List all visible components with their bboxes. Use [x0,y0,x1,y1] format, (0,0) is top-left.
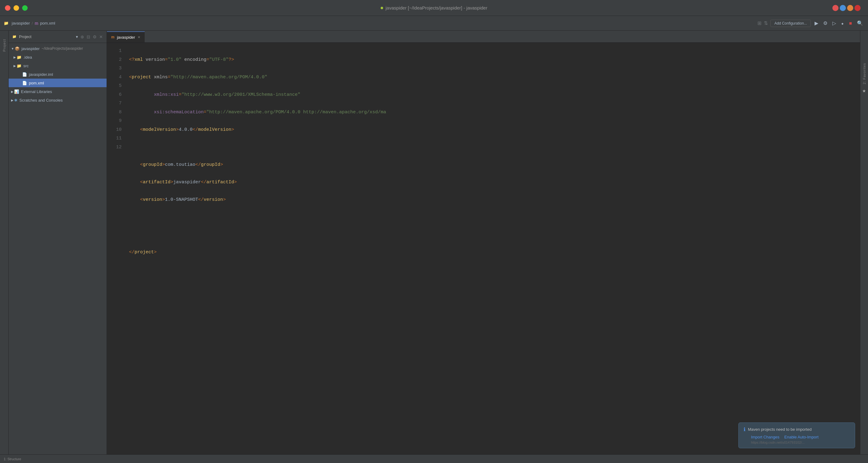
tree-item-src[interactable]: ▶ 📁 src [9,61,106,70]
window-title: javaspider [~/IdeaProjects/javaspider] -… [385,5,487,10]
folder-icon-idea: 📁 [17,55,22,60]
close-button[interactable] [5,5,10,11]
main-toolbar: 📁 javaspider / m pom.xml ⊞ ⇅ Add Configu… [0,16,868,31]
modified-indicator [380,7,383,9]
profile-button[interactable]: ⬥ [840,19,845,27]
line-num-8: 8 [110,108,122,117]
project-sidebar: 📁 Project ▼ ⊕ ⊟ ⚙ ✕ ▼ 📦 javaspider ~/Ide… [9,31,107,463]
tree-item-iml[interactable]: 📄 javaspider.iml [9,70,106,78]
left-side-strip: Project [0,31,9,463]
tree-label-external-libs: External Libraries [21,89,52,94]
code-line-12: </project> [129,248,860,257]
add-configuration-button[interactable]: Add Configuration... [770,20,811,27]
project-tool-window[interactable]: Project [2,33,6,58]
expand-toolbar-icon[interactable]: ⊞ [757,20,762,26]
notification-links: Import Changes Enable Auto-Import [744,435,850,439]
line-num-9: 9 [110,117,122,126]
import-changes-link[interactable]: Import Changes [751,435,779,439]
code-line-1: <?xml version="1.0" encoding="UTF-8"?> [129,56,860,64]
tree-label-javaspider: javaspider [22,46,40,51]
line-num-2: 2 [110,56,122,64]
tree-item-idea[interactable]: ▶ 📁 .idea [9,53,106,61]
line-num-11: 11 [110,134,122,143]
code-editor[interactable]: <?xml version="1.0" encoding="UTF-8"?> <… [124,43,860,463]
tree-item-pomxml[interactable]: 📄 pom.xml [9,78,106,87]
code-line-7: <groupId>com.toutiao</groupId> [129,161,860,169]
favorites-label: 2: Favorites [863,63,866,84]
tab-bar: m javaspider ✕ [107,31,860,43]
chevron-right-icon-extlib: ▶ [11,90,13,93]
code-line-2: <project xmlns="http://maven.apache.org/… [129,73,860,82]
status-bar: 1: Structure [0,454,868,463]
main-layout: Project 📁 Project ▼ ⊕ ⊟ ⚙ ✕ ▼ 📦 javaspid… [0,31,868,463]
folder-icon-src: 📁 [17,64,22,68]
editor-container: m javaspider ✕ 1 2 3 4 5 6 7 8 9 10 11 1… [107,31,860,463]
editor-tab-javaspider[interactable]: m javaspider ✕ [107,31,145,42]
stop-button[interactable]: ■ [848,19,853,27]
line-num-7: 7 [110,99,122,108]
enable-auto-import-link[interactable]: Enable Auto-Import [784,435,818,439]
tree-item-javaspider[interactable]: ▼ 📦 javaspider ~/IdeaProjects/javaspider [9,44,106,53]
search-everywhere-button[interactable]: 🔍 [856,19,864,27]
project-icon: 📦 [15,46,20,51]
folder-small-icon: 📁 [12,35,17,39]
line-num-5: 5 [110,82,122,91]
breadcrumb-project[interactable]: javaspider [12,21,30,26]
run-button[interactable]: ▶ [813,19,819,27]
title-right-area [832,5,863,11]
notification-url: https://blog.csdn.net/u014793102/... [744,440,850,444]
chevron-down-icon: ▼ [11,47,14,51]
code-line-4: xsi:schemaLocation="http://maven.apache.… [129,108,860,117]
firefox-icon[interactable] [840,5,846,11]
maximize-button[interactable] [22,5,28,11]
chevron-right-icon: ▶ [13,56,16,59]
locate-icon[interactable]: ⊕ [81,34,84,39]
tree-item-external-libs[interactable]: ▶ 📊 External Libraries [9,87,106,96]
chrome-icon[interactable] [832,5,838,11]
hide-icon[interactable]: ✕ [99,34,103,39]
sidebar-expand-icon: ▼ [75,35,79,39]
chevron-right-icon-scratch: ▶ [11,99,13,102]
sidebar-header: 📁 Project ▼ ⊕ ⊟ ⚙ ✕ [9,31,106,43]
git-icon[interactable]: ⇅ [764,20,768,26]
line-num-6: 6 [110,91,122,99]
breadcrumb-file[interactable]: pom.xml [40,21,55,26]
browser-icons [832,5,861,11]
tree-label-idea: .idea [23,55,32,60]
debug-button[interactable]: ⚙ [822,19,829,27]
traffic-lights [5,5,28,11]
tree-item-scratches[interactable]: ▶ ✱ Scratches and Consoles [9,96,106,104]
tree-label-scratches: Scratches and Consoles [19,98,63,103]
editor-content[interactable]: 1 2 3 4 5 6 7 8 9 10 11 12 <?xml version… [107,43,860,463]
code-line-6 [129,143,860,152]
opera-icon[interactable] [855,5,861,11]
coverage-button[interactable]: ▷ [831,19,837,27]
tab-label: javaspider [117,35,135,40]
line-num-4: 4 [110,73,122,82]
sidebar-title: Project [19,34,73,39]
notification-title: Maven projects need to be imported [748,427,811,432]
line-num-12: 12 [110,143,122,152]
sidebar-actions: ⊕ ⊟ ⚙ ✕ [81,34,103,39]
breadcrumb-sep1: / [32,21,33,26]
breadcrumb: 📁 javaspider / m pom.xml [4,21,55,26]
line-num-3: 3 [110,64,122,73]
favorites-panel[interactable]: 2: Favorites [863,61,866,86]
collapse-all-icon[interactable]: ⊟ [87,34,90,39]
tab-close-button[interactable]: ✕ [137,35,141,39]
tree-label-src: src [23,64,29,68]
safari-icon[interactable] [847,5,853,11]
project-label: Project [2,39,6,52]
chevron-right-icon-src: ▶ [13,64,16,68]
line-numbers: 1 2 3 4 5 6 7 8 9 10 11 12 [107,43,124,463]
code-line-3: xmlns:xsi="http://www.w3.org/2001/XMLSch… [129,91,860,99]
line-num-1: 1 [110,47,122,56]
info-icon: ℹ [744,426,745,432]
star-icon[interactable]: ★ [862,89,866,93]
code-line-9: <version>1.0-SNAPSHOT</version> [129,196,860,204]
scratches-icon: ✱ [14,98,18,103]
settings-icon[interactable]: ⚙ [93,34,97,39]
code-line-8: <artifactId>javaspider</artifactId> [129,178,860,187]
minimize-button[interactable] [13,5,19,11]
tree-label-iml: javaspider.iml [29,72,53,77]
